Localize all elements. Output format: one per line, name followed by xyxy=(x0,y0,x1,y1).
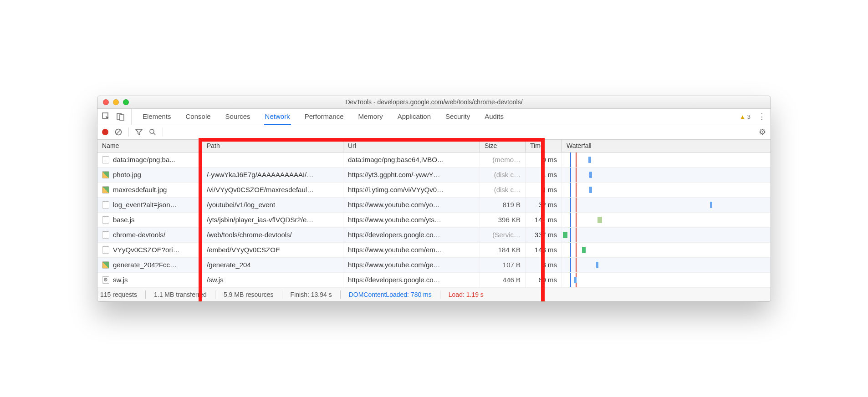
record-button[interactable] xyxy=(102,129,108,135)
cell-url: https://www.youtube.com/yo… xyxy=(343,198,480,212)
cell-name-text: VYyQv0CSZOE?ori… xyxy=(113,246,180,254)
network-table-header: Name Path Url Size Time Waterfall xyxy=(97,140,771,153)
window-close-button[interactable] xyxy=(103,99,109,105)
file-icon xyxy=(102,156,109,163)
status-requests: 115 requests xyxy=(100,291,137,298)
table-row[interactable]: VYyQv0CSZOE?ori…/embed/VYyQv0CSZOEhttps:… xyxy=(97,243,771,258)
tab-elements[interactable]: Elements xyxy=(142,109,172,124)
cell-time: 32 ms xyxy=(526,198,562,212)
table-row[interactable]: data:image/png;ba...data:image/png;base6… xyxy=(97,153,771,168)
cell-path: /vi/VYyQv0CSZOE/maxresdefaul… xyxy=(202,183,343,197)
cell-size: 107 B xyxy=(480,258,526,272)
filter-icon[interactable] xyxy=(135,128,143,136)
cell-waterfall xyxy=(562,198,771,212)
table-row[interactable]: ⚙sw.js/sw.jshttps://developers.google.co… xyxy=(97,273,771,288)
window-minimize-button[interactable] xyxy=(113,99,119,105)
cell-path: /web/tools/chrome-devtools/ xyxy=(202,228,343,242)
cell-path: /embed/VYyQv0CSZOE xyxy=(202,243,343,257)
cell-time: 0 ms xyxy=(526,153,562,167)
table-row[interactable]: chrome-devtools//web/tools/chrome-devtoo… xyxy=(97,228,771,243)
cell-url: https://developers.google.co… xyxy=(343,273,480,287)
cell-waterfall xyxy=(562,273,771,287)
status-domcontentloaded: DOMContentLoaded: 780 ms xyxy=(349,291,432,298)
cell-name: photo.jpg xyxy=(97,168,202,182)
warning-badge[interactable]: ▲ 3 xyxy=(740,113,751,120)
cell-name-text: generate_204?Fcc… xyxy=(113,261,177,269)
table-row[interactable]: log_event?alt=json…/youtubei/v1/log_even… xyxy=(97,198,771,213)
cell-time: 148 ms xyxy=(526,243,562,257)
cell-url: https://www.youtube.com/em… xyxy=(343,243,480,257)
cell-url: https://www.youtube.com/ge… xyxy=(343,258,480,272)
cell-path xyxy=(202,153,343,167)
cell-name: maxresdefault.jpg xyxy=(97,183,202,197)
cell-size: (memo… xyxy=(480,153,526,167)
panel-tabbar: Elements Console Sources Network Perform… xyxy=(97,109,771,125)
cell-path: /youtubei/v1/log_event xyxy=(202,198,343,212)
tab-console[interactable]: Console xyxy=(185,109,212,124)
status-transferred: 1.1 MB transferred xyxy=(154,291,207,298)
cell-name: VYyQv0CSZOE?ori… xyxy=(97,243,202,257)
cell-name: base.js xyxy=(97,213,202,227)
cell-name: data:image/png;ba... xyxy=(97,153,202,167)
status-bar: 115 requests 1.1 MB transferred 5.9 MB r… xyxy=(97,288,771,301)
cell-name: generate_204?Fcc… xyxy=(97,258,202,272)
tab-security[interactable]: Security xyxy=(444,109,471,124)
table-row[interactable]: base.js/yts/jsbin/player_ias-vflVQDSr2/e… xyxy=(97,213,771,228)
window-maximize-button[interactable] xyxy=(123,99,129,105)
col-header-time[interactable]: Time xyxy=(526,140,562,152)
cell-name-text: data:image/png;ba... xyxy=(113,156,175,163)
table-row[interactable]: photo.jpg/-ywwYkaJ6E7g/AAAAAAAAAAI/…http… xyxy=(97,168,771,183)
file-icon xyxy=(102,231,109,239)
cell-size: 819 B xyxy=(480,198,526,212)
warning-icon: ▲ xyxy=(740,113,745,120)
cell-size: (disk c… xyxy=(480,183,526,197)
tab-memory[interactable]: Memory xyxy=(357,109,384,124)
tab-sources[interactable]: Sources xyxy=(225,109,251,124)
cell-name-text: log_event?alt=json… xyxy=(113,201,177,209)
warning-count: 3 xyxy=(747,113,751,120)
file-icon xyxy=(102,201,109,209)
cell-name-text: sw.js xyxy=(113,276,128,284)
tab-audits[interactable]: Audits xyxy=(484,109,505,124)
col-header-waterfall[interactable]: Waterfall xyxy=(562,140,771,152)
file-icon xyxy=(102,246,109,254)
cell-name-text: chrome-devtools/ xyxy=(113,231,165,239)
cell-waterfall xyxy=(562,258,771,272)
tab-performance[interactable]: Performance xyxy=(304,109,345,124)
traffic-lights xyxy=(97,99,129,105)
col-header-url[interactable]: Url xyxy=(343,140,480,152)
cell-waterfall xyxy=(562,213,771,227)
cell-time: 141 ms xyxy=(526,213,562,227)
svg-rect-2 xyxy=(120,115,124,120)
cell-time: 1 ms xyxy=(526,168,562,182)
clear-icon[interactable] xyxy=(115,128,122,136)
settings-icon[interactable]: ⚙ xyxy=(759,127,766,137)
file-icon xyxy=(102,186,109,193)
cell-size: (disk c… xyxy=(480,168,526,182)
more-icon[interactable]: ⋮ xyxy=(758,112,766,122)
tab-network[interactable]: Network xyxy=(264,109,291,125)
col-header-name[interactable]: Name xyxy=(97,140,202,152)
cell-name-text: base.js xyxy=(113,216,135,224)
table-row[interactable]: maxresdefault.jpg/vi/VYyQv0CSZOE/maxresd… xyxy=(97,183,771,198)
inspect-element-icon[interactable] xyxy=(102,112,110,121)
search-icon[interactable] xyxy=(149,128,156,136)
network-toolbar: ⚙ xyxy=(97,125,771,140)
cell-path: /sw.js xyxy=(202,273,343,287)
cell-waterfall xyxy=(562,243,771,257)
status-load: Load: 1.19 s xyxy=(449,291,484,298)
cell-waterfall xyxy=(562,153,771,167)
status-finish: Finish: 13.94 s xyxy=(291,291,332,298)
cell-waterfall xyxy=(562,183,771,197)
cell-name: ⚙sw.js xyxy=(97,273,202,287)
svg-line-4 xyxy=(116,130,121,134)
device-toolbar-icon[interactable] xyxy=(117,112,125,121)
cell-time: 337 ms xyxy=(526,228,562,242)
tab-application[interactable]: Application xyxy=(397,109,432,124)
col-header-size[interactable]: Size xyxy=(480,140,526,152)
cell-name: log_event?alt=json… xyxy=(97,198,202,212)
col-header-path[interactable]: Path xyxy=(202,140,343,152)
table-row[interactable]: generate_204?Fcc…/generate_204https://ww… xyxy=(97,258,771,273)
cell-size: 396 KB xyxy=(480,213,526,227)
file-icon: ⚙ xyxy=(102,276,109,284)
